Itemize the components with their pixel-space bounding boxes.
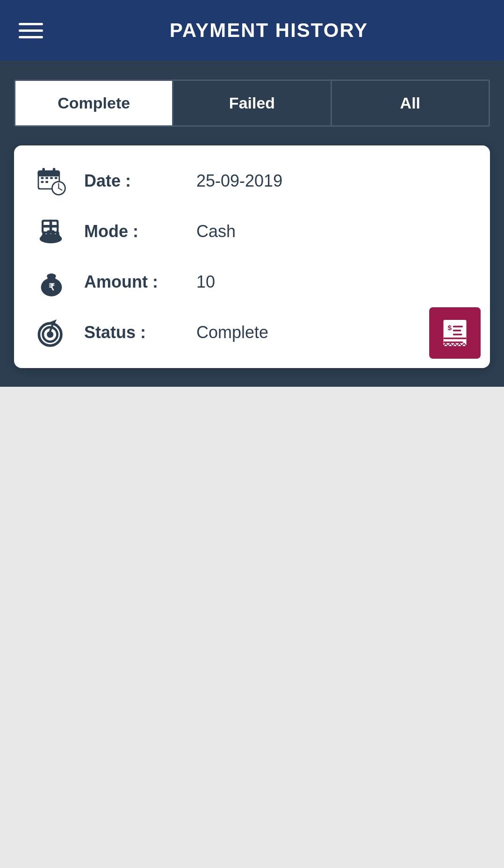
svg-rect-37 (453, 330, 461, 332)
header: PAYMENT HISTORY (0, 0, 504, 61)
svg-rect-21 (42, 231, 45, 238)
svg-rect-4 (53, 168, 56, 174)
amount-icon: ₹ (33, 263, 70, 301)
bottom-area (0, 387, 504, 868)
date-label: Date : (84, 171, 196, 191)
svg-point-27 (47, 274, 56, 279)
svg-rect-39 (444, 338, 467, 340)
svg-rect-9 (41, 181, 44, 183)
mode-value: Cash (196, 222, 471, 241)
svg-rect-40 (444, 341, 463, 343)
receipt-button[interactable]: $ (429, 307, 481, 359)
mode-row: Mode : Cash (33, 213, 471, 250)
svg-rect-22 (47, 230, 50, 237)
svg-text:$: $ (448, 324, 452, 332)
amount-label: Amount : (84, 272, 196, 292)
payment-card: Date : 25-09-2019 (14, 145, 490, 368)
content-area: Complete Failed All (0, 61, 504, 387)
amount-value: 10 (196, 272, 471, 292)
status-row: Status : Complete $ (33, 314, 471, 351)
svg-rect-10 (45, 181, 48, 183)
date-icon (33, 162, 70, 200)
svg-rect-38 (453, 333, 462, 335)
svg-text:₹: ₹ (49, 282, 55, 292)
svg-rect-8 (55, 177, 58, 179)
tab-all[interactable]: All (332, 81, 489, 125)
svg-rect-6 (45, 177, 48, 179)
svg-rect-5 (41, 177, 44, 179)
mode-label: Mode : (84, 222, 196, 241)
tab-bar: Complete Failed All (14, 80, 490, 127)
svg-rect-7 (50, 177, 53, 179)
menu-button[interactable] (19, 23, 43, 38)
svg-rect-2 (38, 171, 60, 177)
date-value: 25-09-2019 (196, 171, 471, 191)
tab-failed[interactable]: Failed (173, 81, 331, 125)
mode-icon (33, 213, 70, 250)
svg-rect-23 (51, 230, 55, 237)
amount-row: ₹ Amount : 10 (33, 263, 471, 301)
svg-rect-36 (453, 326, 463, 328)
date-row: Date : 25-09-2019 (33, 162, 471, 200)
svg-rect-24 (56, 231, 59, 238)
svg-rect-3 (42, 168, 45, 174)
page-title: PAYMENT HISTORY (52, 19, 485, 42)
status-label: Status : (84, 323, 196, 342)
tab-complete[interactable]: Complete (15, 81, 173, 125)
status-icon (33, 314, 70, 351)
